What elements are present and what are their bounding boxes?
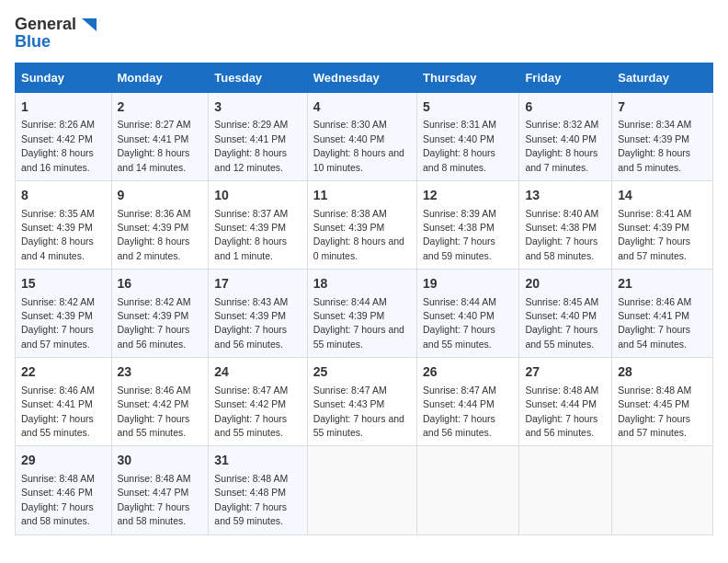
day-cell: 11 Sunrise: 8:38 AMSunset: 4:39 PMDaylig… <box>307 180 416 269</box>
day-cell: 13 Sunrise: 8:40 AMSunset: 4:38 PMDaylig… <box>519 180 612 269</box>
header-cell-wednesday: Wednesday <box>307 63 416 92</box>
logo: General Blue <box>15 15 98 52</box>
week-row-4: 22 Sunrise: 8:46 AMSunset: 4:41 PMDaylig… <box>16 358 713 446</box>
day-info: Sunrise: 8:47 AMSunset: 4:42 PMDaylight:… <box>214 385 288 438</box>
day-info: Sunrise: 8:48 AMSunset: 4:46 PMDaylight:… <box>21 473 95 526</box>
day-number: 7 <box>618 98 707 117</box>
day-info: Sunrise: 8:34 AMSunset: 4:39 PMDaylight:… <box>618 119 691 172</box>
header-cell-monday: Monday <box>111 63 209 92</box>
day-number: 2 <box>118 98 203 117</box>
day-cell: 5 Sunrise: 8:31 AMSunset: 4:40 PMDayligh… <box>417 92 519 180</box>
day-info: Sunrise: 8:39 AMSunset: 4:38 PMDaylight:… <box>423 208 496 261</box>
day-number: 19 <box>423 275 513 293</box>
day-cell: 10 Sunrise: 8:37 AMSunset: 4:39 PMDaylig… <box>209 180 307 269</box>
day-cell: 3 Sunrise: 8:29 AMSunset: 4:41 PMDayligh… <box>209 92 307 180</box>
day-cell: 29 Sunrise: 8:48 AMSunset: 4:46 PMDaylig… <box>16 446 112 534</box>
day-info: Sunrise: 8:48 AMSunset: 4:45 PMDaylight:… <box>618 385 691 438</box>
day-cell: 7 Sunrise: 8:34 AMSunset: 4:39 PMDayligh… <box>612 92 713 180</box>
day-number: 12 <box>423 187 513 205</box>
day-number: 29 <box>21 452 106 470</box>
day-info: Sunrise: 8:29 AMSunset: 4:41 PMDaylight:… <box>214 119 288 172</box>
day-info: Sunrise: 8:36 AMSunset: 4:39 PMDaylight:… <box>118 208 191 261</box>
day-info: Sunrise: 8:42 AMSunset: 4:39 PMDaylight:… <box>21 296 95 350</box>
day-info: Sunrise: 8:48 AMSunset: 4:44 PMDaylight:… <box>525 385 598 438</box>
day-info: Sunrise: 8:41 AMSunset: 4:39 PMDaylight:… <box>618 208 691 261</box>
calendar-table: SundayMondayTuesdayWednesdayThursdayFrid… <box>15 63 713 535</box>
day-cell <box>519 446 612 534</box>
logo-triangle-icon <box>78 15 98 35</box>
day-cell: 2 Sunrise: 8:27 AMSunset: 4:41 PMDayligh… <box>111 92 209 180</box>
day-info: Sunrise: 8:42 AMSunset: 4:39 PMDaylight:… <box>118 296 191 350</box>
day-cell: 21 Sunrise: 8:46 AMSunset: 4:41 PMDaylig… <box>612 270 713 358</box>
day-number: 20 <box>525 275 606 293</box>
day-info: Sunrise: 8:43 AMSunset: 4:39 PMDaylight:… <box>214 296 288 350</box>
svg-marker-0 <box>82 18 97 31</box>
week-row-2: 8 Sunrise: 8:35 AMSunset: 4:39 PMDayligh… <box>16 180 713 269</box>
header-cell-thursday: Thursday <box>417 63 519 92</box>
week-row-5: 29 Sunrise: 8:48 AMSunset: 4:46 PMDaylig… <box>16 446 713 534</box>
day-number: 3 <box>214 98 301 117</box>
day-info: Sunrise: 8:46 AMSunset: 4:42 PMDaylight:… <box>118 385 191 438</box>
day-number: 30 <box>118 452 203 470</box>
day-info: Sunrise: 8:46 AMSunset: 4:41 PMDaylight:… <box>618 296 691 350</box>
day-info: Sunrise: 8:46 AMSunset: 4:41 PMDaylight:… <box>21 385 95 438</box>
day-number: 9 <box>118 187 203 205</box>
day-number: 21 <box>618 275 707 293</box>
day-number: 17 <box>214 275 301 293</box>
day-info: Sunrise: 8:48 AMSunset: 4:47 PMDaylight:… <box>118 473 191 526</box>
day-cell: 18 Sunrise: 8:44 AMSunset: 4:39 PMDaylig… <box>307 270 416 358</box>
day-cell: 1 Sunrise: 8:26 AMSunset: 4:42 PMDayligh… <box>16 92 112 180</box>
day-info: Sunrise: 8:26 AMSunset: 4:42 PMDaylight:… <box>21 119 95 172</box>
day-cell: 6 Sunrise: 8:32 AMSunset: 4:40 PMDayligh… <box>519 92 612 180</box>
day-number: 15 <box>21 275 106 293</box>
day-info: Sunrise: 8:35 AMSunset: 4:39 PMDaylight:… <box>21 208 95 261</box>
day-number: 18 <box>313 275 411 293</box>
day-info: Sunrise: 8:47 AMSunset: 4:44 PMDaylight:… <box>423 385 496 438</box>
day-info: Sunrise: 8:48 AMSunset: 4:48 PMDaylight:… <box>214 473 288 526</box>
day-info: Sunrise: 8:44 AMSunset: 4:40 PMDaylight:… <box>423 296 496 350</box>
day-cell: 24 Sunrise: 8:47 AMSunset: 4:42 PMDaylig… <box>209 358 307 446</box>
page-header: General Blue <box>15 15 713 52</box>
day-info: Sunrise: 8:27 AMSunset: 4:41 PMDaylight:… <box>118 119 191 172</box>
day-number: 10 <box>214 187 301 205</box>
day-info: Sunrise: 8:47 AMSunset: 4:43 PMDaylight:… <box>313 385 404 438</box>
day-info: Sunrise: 8:44 AMSunset: 4:39 PMDaylight:… <box>313 296 404 350</box>
week-row-1: 1 Sunrise: 8:26 AMSunset: 4:42 PMDayligh… <box>16 92 713 180</box>
day-cell: 8 Sunrise: 8:35 AMSunset: 4:39 PMDayligh… <box>16 180 112 269</box>
day-cell: 15 Sunrise: 8:42 AMSunset: 4:39 PMDaylig… <box>16 270 112 358</box>
day-cell: 16 Sunrise: 8:42 AMSunset: 4:39 PMDaylig… <box>111 270 209 358</box>
day-cell: 19 Sunrise: 8:44 AMSunset: 4:40 PMDaylig… <box>417 270 519 358</box>
day-cell <box>307 446 416 534</box>
day-number: 14 <box>618 187 707 205</box>
day-number: 1 <box>21 98 106 117</box>
day-cell: 23 Sunrise: 8:46 AMSunset: 4:42 PMDaylig… <box>111 358 209 446</box>
day-number: 31 <box>214 452 301 470</box>
day-number: 22 <box>21 363 106 382</box>
day-number: 8 <box>21 187 106 205</box>
day-number: 11 <box>313 187 411 205</box>
header-cell-tuesday: Tuesday <box>209 63 307 92</box>
day-cell: 27 Sunrise: 8:48 AMSunset: 4:44 PMDaylig… <box>519 358 612 446</box>
day-info: Sunrise: 8:37 AMSunset: 4:39 PMDaylight:… <box>214 208 288 261</box>
day-number: 23 <box>118 363 203 382</box>
header-cell-sunday: Sunday <box>16 63 112 92</box>
day-cell: 26 Sunrise: 8:47 AMSunset: 4:44 PMDaylig… <box>417 358 519 446</box>
day-cell: 31 Sunrise: 8:48 AMSunset: 4:48 PMDaylig… <box>209 446 307 534</box>
day-cell: 4 Sunrise: 8:30 AMSunset: 4:40 PMDayligh… <box>307 92 416 180</box>
day-number: 4 <box>313 98 411 117</box>
day-info: Sunrise: 8:45 AMSunset: 4:40 PMDaylight:… <box>525 296 598 350</box>
day-number: 5 <box>423 98 513 117</box>
logo-blue: Blue <box>15 33 51 52</box>
day-number: 6 <box>525 98 606 117</box>
day-info: Sunrise: 8:38 AMSunset: 4:39 PMDaylight:… <box>313 208 404 261</box>
day-info: Sunrise: 8:40 AMSunset: 4:38 PMDaylight:… <box>525 208 598 261</box>
day-number: 27 <box>525 363 606 382</box>
day-number: 16 <box>118 275 203 293</box>
day-cell <box>417 446 519 534</box>
day-cell: 17 Sunrise: 8:43 AMSunset: 4:39 PMDaylig… <box>209 270 307 358</box>
day-info: Sunrise: 8:32 AMSunset: 4:40 PMDaylight:… <box>525 119 598 172</box>
day-cell: 12 Sunrise: 8:39 AMSunset: 4:38 PMDaylig… <box>417 180 519 269</box>
day-cell: 22 Sunrise: 8:46 AMSunset: 4:41 PMDaylig… <box>16 358 112 446</box>
day-cell: 14 Sunrise: 8:41 AMSunset: 4:39 PMDaylig… <box>612 180 713 269</box>
day-cell: 30 Sunrise: 8:48 AMSunset: 4:47 PMDaylig… <box>111 446 209 534</box>
